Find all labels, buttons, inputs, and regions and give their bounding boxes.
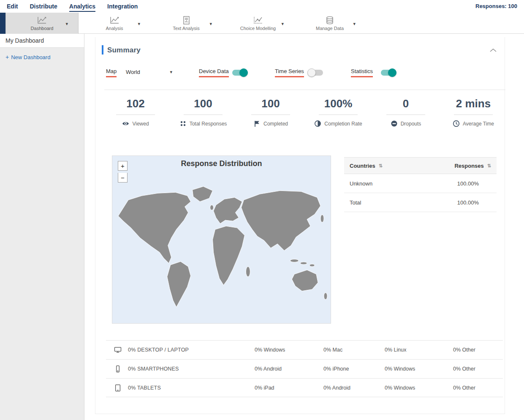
responses-count: Responses: 100	[475, 3, 517, 9]
responses-header-label[interactable]: Responses	[454, 163, 483, 169]
time-series-label: Time Series	[275, 68, 304, 77]
stat-label: Total Responses	[190, 121, 227, 127]
stat-label: Completed	[263, 121, 288, 127]
zoom-in-button[interactable]: +	[118, 161, 128, 171]
stat-rule	[386, 115, 425, 115]
device-row-tablet: 0% TABLETS 0% iPad 0% Android 0% Windows…	[106, 378, 503, 397]
map-indonesia-1	[290, 259, 299, 262]
device-stat: 0% Other	[453, 366, 475, 372]
database-icon	[324, 16, 335, 25]
toggle-knob	[307, 68, 316, 77]
nav-item-integration[interactable]: Integration	[107, 1, 138, 12]
device-stat: 0% Mac	[323, 347, 342, 353]
stat-completion-rate: 100% Completion Rate	[304, 97, 372, 127]
country-cell: Total	[350, 199, 361, 206]
device-stat: 0% iPad	[255, 385, 274, 391]
toolbar-item-choice-modelling[interactable]: Choice Modelling ▾	[222, 13, 294, 34]
stat-rule	[116, 115, 155, 115]
eye-icon	[122, 120, 129, 127]
toolbar-item-dashboard[interactable]: Dashboard ▾	[5, 13, 79, 34]
map-europe	[214, 197, 242, 224]
device-row-smartphone: 0% SMARTPHONES 0% Android 0% iPhone 0% W…	[106, 359, 503, 378]
stat-value: 100	[169, 97, 237, 110]
device-data-toggle[interactable]	[232, 70, 247, 76]
map-south-america	[167, 262, 191, 307]
map-greenland	[193, 186, 213, 202]
chevron-down-icon[interactable]: ▾	[209, 21, 212, 27]
collapse-chevron-icon[interactable]	[489, 47, 497, 53]
table-row: Unknown 100.00%	[344, 174, 497, 193]
device-stat: 0% Linux	[385, 347, 406, 353]
country-cell: Unknown	[350, 180, 372, 187]
stat-value: 100	[237, 97, 304, 110]
device-stat: 0% Windows	[385, 385, 415, 391]
toolbar-item-manage-data[interactable]: Manage Data ▾	[294, 13, 366, 34]
stat-label: Viewed	[132, 121, 149, 127]
device-label: 0% TABLETS	[128, 385, 161, 391]
toggle-knob	[239, 68, 248, 77]
stat-value: 2 mins	[440, 97, 507, 110]
chevron-down-icon[interactable]: ▾	[281, 21, 284, 27]
zoom-out-button[interactable]: −	[118, 173, 128, 183]
statistics-toggle[interactable]	[381, 70, 396, 76]
stat-value: 100%	[304, 97, 372, 110]
stat-completed: 100 Completed	[237, 97, 304, 127]
time-series-toggle[interactable]	[308, 70, 323, 76]
new-dashboard-button[interactable]: + New Dashboard	[5, 54, 84, 60]
summary-panel: Summary Map World ▾ Device Data Time Ser…	[95, 37, 505, 414]
device-stat: 0% Android	[255, 366, 282, 372]
chevron-down-icon: ▾	[170, 69, 172, 75]
map-label: Map	[106, 68, 117, 77]
device-stat: 0% Windows	[255, 347, 285, 353]
chevron-down-icon[interactable]: ▾	[353, 21, 356, 27]
new-dashboard-label: New Dashboard	[11, 54, 50, 60]
countries-table: Countries ⇅ Responses ⇅ Unknown 100.00% …	[344, 157, 497, 212]
stat-average-time: 2 mins Average Time	[440, 97, 507, 127]
sidebar-item-my-dashboard[interactable]: My Dashboard	[0, 34, 84, 48]
countries-table-header: Countries ⇅ Responses ⇅	[344, 157, 497, 174]
map-japan	[320, 215, 324, 222]
stat-rule	[184, 115, 223, 115]
nav-item-edit[interactable]: Edit	[7, 1, 18, 12]
map-region-value: World	[126, 69, 140, 75]
tablet-icon	[114, 384, 122, 392]
responses-cell: 100.00%	[457, 180, 491, 187]
toolbar-item-analysis[interactable]: Analysis ▾	[79, 13, 150, 34]
analysis-chart-icon	[109, 16, 120, 25]
text-analysis-icon	[181, 16, 192, 25]
chevron-down-icon[interactable]: ▾	[65, 21, 68, 27]
responses-cell: 100.00%	[457, 199, 491, 206]
map-new-zealand	[324, 293, 327, 300]
top-nav: Edit Distribute Analytics Integration Re…	[0, 0, 524, 13]
stat-rule	[454, 115, 493, 115]
stat-label: Dropouts	[401, 121, 421, 127]
countries-header-label[interactable]: Countries	[350, 163, 375, 169]
toolbar-item-label: Dashboard	[31, 26, 54, 31]
stat-value: 102	[102, 97, 169, 110]
device-stat: 0% Other	[453, 347, 475, 353]
flag-icon	[253, 120, 261, 127]
clock-icon	[453, 120, 460, 127]
device-stat: 0% Android	[323, 385, 350, 391]
plus-icon: +	[5, 54, 9, 60]
statistics-label: Statistics	[351, 68, 373, 77]
toolbar-edge-strip	[0, 13, 5, 34]
map-uk	[210, 205, 214, 210]
stat-viewed: 102 Viewed	[102, 97, 169, 127]
toolbar-item-text-analysis[interactable]: Text Analysis ▾	[150, 13, 222, 34]
toolbar-item-label: Analysis	[106, 26, 123, 31]
stat-total-responses: 100 Total Responses	[169, 97, 237, 127]
dashboard-sidebar: My Dashboard + New Dashboard	[0, 34, 84, 420]
nav-item-analytics[interactable]: Analytics	[69, 1, 95, 12]
response-distribution-map[interactable]: Response Distribution + −	[112, 155, 331, 324]
device-label: 0% DESKTOP / LAPTOP	[128, 347, 189, 353]
sort-icon[interactable]: ⇅	[379, 163, 383, 169]
sort-icon[interactable]: ⇅	[487, 163, 491, 169]
device-stat: 0% Windows	[385, 366, 415, 372]
desktop-icon	[114, 346, 122, 354]
toolbar-item-label: Choice Modelling	[240, 26, 276, 31]
world-map[interactable]	[112, 167, 331, 324]
map-region-select[interactable]: World ▾	[126, 67, 172, 77]
nav-item-distribute[interactable]: Distribute	[30, 1, 57, 12]
chevron-down-icon[interactable]: ▾	[138, 21, 140, 27]
